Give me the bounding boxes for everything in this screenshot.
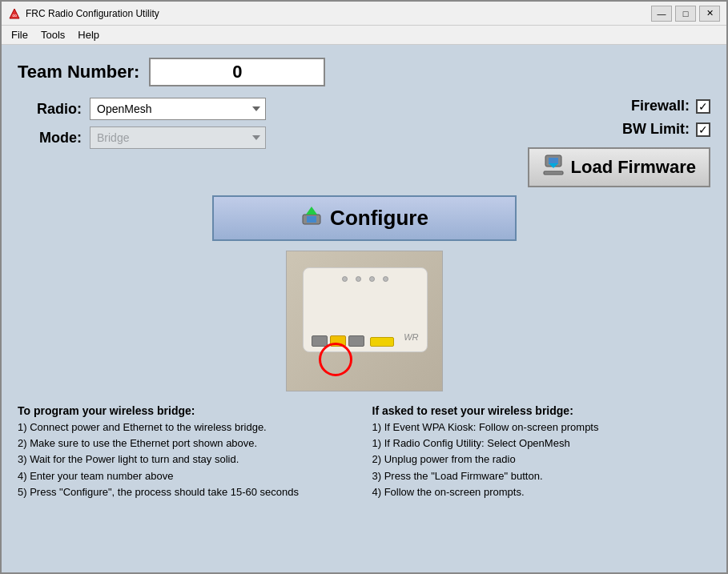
instructions-left-item-0: 1) Connect power and Ethernet to the wir… bbox=[18, 420, 356, 435]
configure-label: Configure bbox=[330, 206, 428, 231]
load-firmware-label: Load Firmware bbox=[571, 157, 696, 178]
instructions-right-item-0: 1) If Event WPA Kiosk: Follow on-screen … bbox=[372, 420, 711, 435]
maximize-button[interactable]: □ bbox=[675, 6, 696, 22]
menu-file[interactable]: File bbox=[5, 27, 34, 42]
instructions-right-item-4: 4) Follow the on-screen prompts. bbox=[372, 485, 711, 500]
firewall-checkbox[interactable]: ✓ bbox=[696, 99, 710, 114]
instructions-left-item-3: 4) Enter your team number above bbox=[18, 469, 356, 484]
port-highlight bbox=[319, 343, 352, 376]
instructions-left-item-2: 3) Wait for the Power light to turn and … bbox=[18, 452, 356, 467]
window-title: FRC Radio Configuration Utility bbox=[26, 8, 159, 19]
router-body: WR bbox=[303, 267, 428, 352]
instructions-right: If asked to reset your wireless bridge: … bbox=[372, 404, 711, 501]
team-number-input[interactable] bbox=[149, 58, 325, 86]
team-number-label: Team Number: bbox=[18, 62, 139, 82]
load-firmware-icon bbox=[542, 154, 565, 181]
team-number-row: Team Number: bbox=[18, 58, 710, 86]
svg-rect-7 bbox=[307, 216, 316, 223]
right-controls: Firewall: ✓ BW Limit: ✓ bbox=[528, 98, 710, 187]
load-firmware-button[interactable]: Load Firmware bbox=[528, 147, 710, 187]
bwlimit-checkbox[interactable]: ✓ bbox=[696, 122, 710, 137]
radio-select[interactable]: OpenMesh DAP-1522 DAP-1522rev2 bbox=[90, 98, 266, 120]
instructions-left: To program your wireless bridge: 1) Conn… bbox=[18, 404, 356, 501]
bwlimit-row: BW Limit: ✓ bbox=[622, 121, 710, 138]
firewall-row: Firewall: ✓ bbox=[631, 98, 710, 114]
app-icon: ∞ bbox=[8, 7, 21, 20]
instructions-area: To program your wireless bridge: 1) Conn… bbox=[18, 404, 710, 501]
svg-rect-5 bbox=[544, 171, 563, 175]
svg-text:∞: ∞ bbox=[12, 12, 17, 19]
instructions-right-item-2: 2) Unplug power from the radio bbox=[372, 452, 711, 467]
instructions-right-title: If asked to reset your wireless bridge: bbox=[372, 404, 711, 417]
bwlimit-check-icon: ✓ bbox=[698, 123, 708, 136]
left-controls: Radio: OpenMesh DAP-1522 DAP-1522rev2 Mo… bbox=[18, 98, 528, 155]
radio-image: WR bbox=[286, 251, 443, 391]
title-bar: ∞ FRC Radio Configuration Utility — □ ✕ bbox=[2, 2, 726, 26]
bwlimit-label: BW Limit: bbox=[622, 121, 690, 138]
mode-select[interactable]: Bridge AP bbox=[90, 126, 266, 149]
configure-icon bbox=[300, 203, 324, 233]
instructions-right-item-3: 3) Press the "Load Firmware" button. bbox=[372, 469, 711, 484]
main-content: Team Number: Radio: OpenMesh DAP-1522 DA… bbox=[2, 45, 726, 574]
controls-area: Radio: OpenMesh DAP-1522 DAP-1522rev2 Mo… bbox=[18, 98, 710, 187]
configure-button[interactable]: Configure bbox=[212, 195, 517, 241]
instructions-left-item-4: 5) Press "Configure", the process should… bbox=[18, 485, 356, 500]
minimize-button[interactable]: — bbox=[651, 6, 672, 22]
menu-bar: File Tools Help bbox=[2, 26, 726, 45]
firewall-check-icon: ✓ bbox=[698, 100, 708, 113]
menu-tools[interactable]: Tools bbox=[34, 27, 71, 42]
radio-label: Radio: bbox=[18, 101, 82, 118]
svg-rect-3 bbox=[549, 158, 558, 164]
instructions-left-title: To program your wireless bridge: bbox=[18, 404, 356, 417]
menu-help[interactable]: Help bbox=[71, 27, 106, 42]
instructions-left-item-1: 2) Make sure to use the Ethernet port sh… bbox=[18, 436, 356, 451]
mode-label: Mode: bbox=[18, 130, 82, 147]
mode-row: Mode: Bridge AP bbox=[18, 126, 528, 149]
svg-marker-8 bbox=[306, 207, 317, 215]
radio-row: Radio: OpenMesh DAP-1522 DAP-1522rev2 bbox=[18, 98, 528, 120]
close-button[interactable]: ✕ bbox=[699, 6, 720, 22]
instructions-right-item-1: 1) If Radio Config Utility: Select OpenM… bbox=[372, 436, 711, 451]
image-area: WR bbox=[18, 251, 710, 391]
firewall-label: Firewall: bbox=[631, 98, 690, 114]
configure-button-row: Configure bbox=[18, 195, 710, 241]
